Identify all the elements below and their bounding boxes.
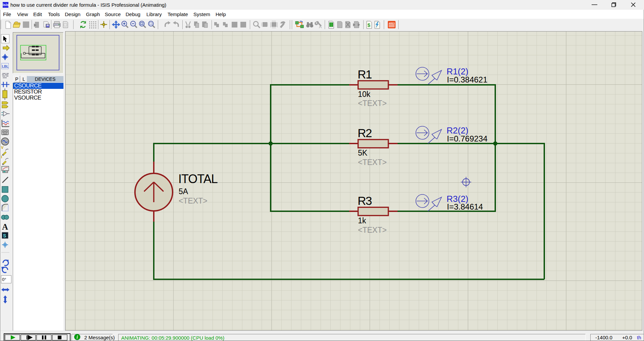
svg-text:A: A bbox=[319, 24, 322, 29]
svg-text:<TEXT>: <TEXT> bbox=[358, 99, 387, 108]
svg-text:ITOTAL: ITOTAL bbox=[178, 172, 218, 186]
svg-text:5A: 5A bbox=[179, 187, 188, 196]
svg-text:R2: R2 bbox=[358, 126, 372, 139]
svg-text:$: $ bbox=[368, 22, 371, 28]
svg-text:ARES: ARES bbox=[389, 22, 395, 25]
svg-text:<TEXT>: <TEXT> bbox=[179, 196, 208, 205]
svg-text:I=0.769234: I=0.769234 bbox=[447, 134, 488, 143]
svg-text:LBL: LBL bbox=[2, 65, 8, 68]
svg-text:I=0.384621: I=0.384621 bbox=[447, 75, 488, 84]
svg-text:S: S bbox=[3, 233, 6, 238]
svg-text:1k: 1k bbox=[358, 216, 366, 225]
svg-text:10k: 10k bbox=[358, 90, 371, 99]
svg-text:5K: 5K bbox=[358, 149, 368, 157]
svg-text:I=3.84614: I=3.84614 bbox=[447, 202, 483, 211]
svg-text:R3: R3 bbox=[358, 194, 372, 207]
svg-text:I: I bbox=[1, 155, 2, 159]
svg-text:<TEXT>: <TEXT> bbox=[358, 226, 387, 234]
svg-text:<TEXT>: <TEXT> bbox=[358, 158, 387, 167]
svg-text:R1: R1 bbox=[358, 68, 372, 81]
svg-text:0°: 0° bbox=[2, 277, 6, 282]
svg-text:i: i bbox=[77, 335, 78, 340]
svg-text:V: V bbox=[1, 146, 4, 150]
svg-text:A: A bbox=[2, 222, 8, 231]
